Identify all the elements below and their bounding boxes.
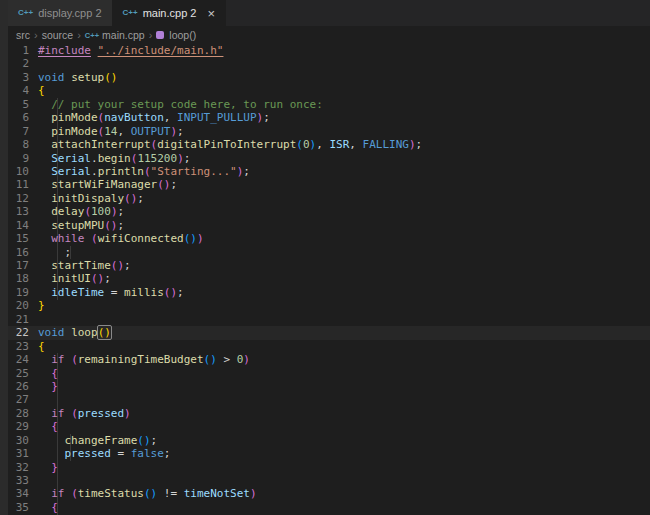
code-line[interactable]: 27	[8, 393, 650, 406]
line-number[interactable]: 30	[8, 434, 38, 447]
code-text: attachInterrupt(digitalPinToInterrupt(0)…	[38, 138, 650, 151]
code-line[interactable]: 29 {	[8, 420, 650, 433]
line-number[interactable]: 19	[8, 286, 38, 299]
line-number[interactable]: 22	[8, 326, 38, 339]
line-number[interactable]: 8	[8, 138, 38, 151]
line-number[interactable]: 1	[8, 44, 38, 57]
code-text: #include "../include/main.h"	[38, 44, 650, 57]
line-number[interactable]: 16	[8, 246, 38, 259]
code-line[interactable]: 9 Serial.begin(115200);	[8, 152, 650, 165]
code-line[interactable]: 1#include "../include/main.h"	[8, 44, 650, 57]
chevron-right-icon: ›	[149, 29, 153, 41]
code-text: changeFrame();	[38, 434, 650, 447]
code-line[interactable]: 11 startWiFiManager();	[8, 178, 650, 191]
breadcrumb-item-symbol[interactable]: loop()	[169, 29, 196, 41]
code-line[interactable]: 33	[8, 474, 650, 487]
code-line[interactable]: 13 delay(100);	[8, 205, 650, 218]
code-line[interactable]: 20}	[8, 299, 650, 312]
line-number[interactable]: 21	[8, 313, 38, 326]
line-number[interactable]: 14	[8, 219, 38, 232]
code-line[interactable]: 4{	[8, 84, 650, 97]
code-text: }	[38, 461, 650, 474]
line-number[interactable]: 35	[8, 501, 38, 514]
code-line[interactable]: 28 if (pressed)	[8, 407, 650, 420]
code-area[interactable]: 1#include "../include/main.h"23void setu…	[8, 44, 650, 515]
close-icon[interactable]: ×	[207, 7, 215, 20]
code-line[interactable]: 8 attachInterrupt(digitalPinToInterrupt(…	[8, 138, 650, 151]
line-number[interactable]: 11	[8, 178, 38, 191]
line-number[interactable]: 34	[8, 487, 38, 500]
chevron-right-icon: ›	[77, 29, 81, 41]
line-number[interactable]: 29	[8, 420, 38, 433]
line-number[interactable]: 2	[8, 57, 38, 70]
code-line[interactable]: 23{	[8, 340, 650, 353]
line-number[interactable]: 12	[8, 192, 38, 205]
line-number[interactable]: 26	[8, 380, 38, 393]
code-line[interactable]: 35 {	[8, 501, 650, 514]
code-text: {	[38, 420, 650, 433]
code-text: ;	[38, 246, 650, 259]
line-number[interactable]: 13	[8, 205, 38, 218]
code-line[interactable]: 24 if (remainingTimeBudget() > 0)	[8, 353, 650, 366]
code-line[interactable]: 16 ;	[8, 246, 650, 259]
code-line[interactable]: 19 idleTime = millis();	[8, 286, 650, 299]
line-number[interactable]: 25	[8, 367, 38, 380]
code-line[interactable]: 3void setup()	[8, 71, 650, 84]
line-number[interactable]: 7	[8, 125, 38, 138]
method-symbol-icon	[156, 31, 164, 39]
code-text: startTime();	[38, 259, 650, 272]
line-number[interactable]: 28	[8, 407, 38, 420]
line-number[interactable]: 18	[8, 272, 38, 285]
code-line[interactable]: 25 {	[8, 367, 650, 380]
line-number[interactable]: 10	[8, 165, 38, 178]
code-line[interactable]: 10 Serial.println("Starting...");	[8, 165, 650, 178]
line-number[interactable]: 20	[8, 299, 38, 312]
line-number[interactable]: 6	[8, 111, 38, 124]
code-line[interactable]: 18 initUI();	[8, 272, 650, 285]
code-text: while (wifiConnected())	[38, 232, 650, 245]
code-line[interactable]: 32 }	[8, 461, 650, 474]
line-number[interactable]: 24	[8, 353, 38, 366]
code-line[interactable]: 22void loop()	[8, 326, 650, 339]
breadcrumb-item-file[interactable]: main.cpp	[102, 29, 145, 41]
line-number[interactable]: 4	[8, 84, 38, 97]
tab-label: main.cpp 2	[143, 7, 197, 19]
code-line[interactable]: 5 // put your setup code here, to run on…	[8, 98, 650, 111]
line-number[interactable]: 15	[8, 232, 38, 245]
line-number[interactable]: 33	[8, 474, 38, 487]
code-line[interactable]: 26 }	[8, 380, 650, 393]
code-line[interactable]: 30 changeFrame();	[8, 434, 650, 447]
breadcrumb-item-source[interactable]: source	[42, 29, 74, 41]
line-number[interactable]: 9	[8, 152, 38, 165]
breadcrumb: src › source › C++ main.cpp › loop()	[8, 26, 650, 44]
tab-display-cpp[interactable]: C++ display.cpp 2	[8, 0, 113, 26]
tab-main-cpp[interactable]: C++ main.cpp 2 ×	[113, 0, 227, 26]
line-number[interactable]: 32	[8, 461, 38, 474]
code-text: {	[38, 501, 650, 514]
code-line[interactable]: 12 initDispaly();	[8, 192, 650, 205]
line-number[interactable]: 23	[8, 340, 38, 353]
code-line[interactable]: 14 setupMPU();	[8, 219, 650, 232]
line-number[interactable]: 31	[8, 447, 38, 460]
line-number[interactable]: 17	[8, 259, 38, 272]
line-number[interactable]: 27	[8, 393, 38, 406]
code-line[interactable]: 31 pressed = false;	[8, 447, 650, 460]
code-text: if (remainingTimeBudget() > 0)	[38, 353, 650, 366]
code-line[interactable]: 21	[8, 313, 650, 326]
line-number[interactable]: 5	[8, 98, 38, 111]
code-line[interactable]: 34 if (timeStatus() != timeNotSet)	[8, 487, 650, 500]
code-line[interactable]: 17 startTime();	[8, 259, 650, 272]
code-line[interactable]: 6 pinMode(navButton, INPUT_PULLUP);	[8, 111, 650, 124]
code-text: startWiFiManager();	[38, 178, 650, 191]
cpp-file-icon: C++	[85, 31, 99, 40]
code-text: void loop()	[38, 326, 650, 339]
line-number[interactable]: 3	[8, 71, 38, 84]
code-line[interactable]: 15 while (wifiConnected())	[8, 232, 650, 245]
cpp-file-icon: C++	[123, 9, 138, 17]
breadcrumb-item-src[interactable]: src	[16, 29, 30, 41]
code-line[interactable]: 2	[8, 57, 650, 70]
code-text: delay(100);	[38, 205, 650, 218]
code-line[interactable]: 7 pinMode(14, OUTPUT);	[8, 125, 650, 138]
code-text: pressed = false;	[38, 447, 650, 460]
code-text: Serial.begin(115200);	[38, 152, 650, 165]
